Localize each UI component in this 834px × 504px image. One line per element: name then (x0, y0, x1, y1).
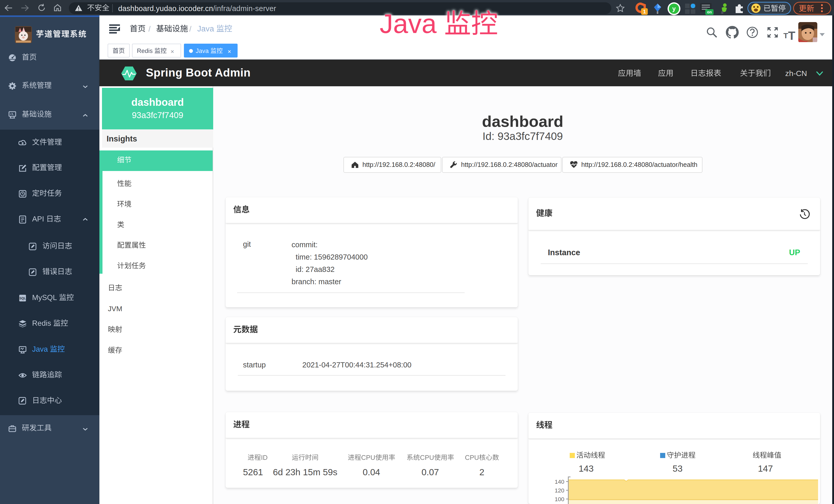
svg-text:y: y (672, 5, 676, 12)
svg-text:1: 1 (643, 9, 646, 15)
svg-text:on: on (707, 10, 712, 14)
svg-text:SQL: SQL (20, 297, 26, 300)
